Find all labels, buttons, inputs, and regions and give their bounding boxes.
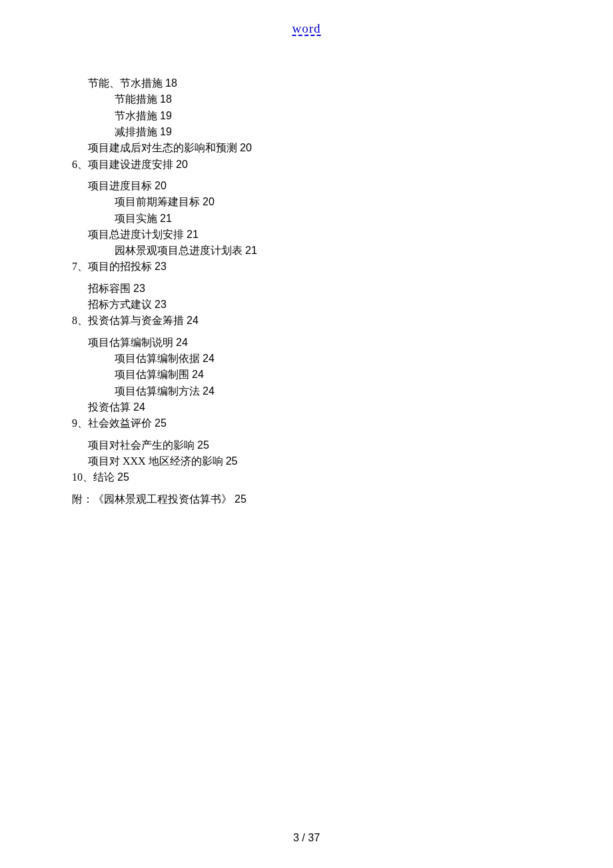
toc-entry: 7、项目的招投标23 (72, 259, 538, 275)
toc-entry-page: 23 (133, 283, 145, 294)
toc-entry-page: 23 (155, 261, 167, 272)
toc-entry-page: 24 (203, 385, 215, 397)
toc-entry-page: 25 (117, 471, 129, 483)
page-total: 37 (308, 832, 320, 843)
toc-entry-text: 招标容围 (88, 283, 131, 294)
toc-entry-text: 项目估算编制围 (115, 369, 189, 380)
toc-entry: 减排措施19 (115, 124, 538, 140)
toc-entry: 节水措施19 (115, 108, 538, 124)
toc-entry: 9、社会效益评价25 (72, 415, 538, 431)
toc-entry-text: 投资估算 (88, 401, 131, 413)
toc-entry: 节能措施18 (115, 91, 538, 107)
toc-entry: 项目总进度计划安排21 (88, 227, 538, 243)
toc-entry-page: 25 (155, 417, 167, 429)
toc-entry-page: 24 (192, 369, 204, 380)
toc-entry-text: 园林景观项目总进度计划表 (115, 245, 243, 256)
toc-entry-text: 项目进度目标 (88, 180, 152, 191)
toc-entry: 节能、节水措施18 (88, 75, 538, 91)
toc-entry: 招标方式建议23 (88, 297, 538, 313)
toc-entry-page: 19 (160, 126, 172, 137)
toc-entry-text: 项目对社会产生的影响 (88, 439, 195, 451)
toc-entry-page: 25 (235, 493, 247, 505)
toc-entry: 项目进度目标20 (88, 178, 538, 194)
toc-entry-text: 8、投资估算与资金筹措 (72, 315, 184, 326)
toc-entry-text: 项目实施 (115, 213, 157, 224)
toc-entry-text: 10、结论 (72, 471, 115, 483)
toc-entry-page: 24 (133, 401, 145, 413)
toc-entry-text: 6、项目建设进度安排 (72, 159, 173, 170)
toc-entry: 项目对 XXX 地区经济的影响25 (88, 453, 538, 469)
toc-entry-text: 项目估算编制说明 (88, 337, 173, 348)
toc-entry-page: 18 (160, 93, 172, 105)
toc-entry: 项目建成后对生态的影响和预测20 (88, 140, 538, 156)
toc-entry-page: 24 (176, 337, 188, 348)
toc-entry-text: 项目估算编制依据 (115, 353, 200, 364)
toc-entry-text: 项目总进度计划安排 (88, 229, 184, 240)
toc-entry-text: 节能措施 (115, 93, 157, 105)
toc-entry: 项目前期筹建目标20 (115, 194, 538, 210)
toc-entry-page: 21 (160, 213, 172, 224)
toc-entry-page: 19 (160, 110, 172, 121)
page-separator: / (299, 832, 308, 843)
toc-entry-page: 21 (187, 229, 199, 240)
toc-entry: 10、结论25 (72, 469, 538, 485)
toc-entry-text: 项目对 XXX 地区经济的影响 (88, 455, 223, 467)
toc-entry: 项目估算编制说明24 (88, 335, 538, 351)
toc-entry: 项目估算编制依据24 (115, 351, 538, 367)
toc-entry: 项目估算编制围24 (115, 367, 538, 383)
toc-entry-page: 23 (155, 299, 167, 310)
toc-entry-text: 7、项目的招投标 (72, 261, 152, 272)
toc-entry-page: 21 (245, 245, 257, 256)
toc-entry-page: 24 (187, 315, 199, 326)
toc-entry-text: 项目建成后对生态的影响和预测 (88, 142, 237, 153)
toc-entry: 8、投资估算与资金筹措24 (72, 313, 538, 329)
toc-entry-text: 项目估算编制方法 (115, 385, 200, 397)
toc-entry: 项目估算编制方法24 (115, 383, 538, 399)
toc-entry-text: 9、社会效益评价 (72, 417, 152, 429)
page-current: 3 (293, 832, 299, 843)
toc-entry-page: 20 (155, 180, 167, 191)
toc-entry-page: 24 (203, 353, 215, 364)
toc-entry: 项目对社会产生的影响25 (88, 437, 538, 453)
toc-entry-text: 项目前期筹建目标 (115, 196, 200, 207)
toc-entry-page: 20 (203, 196, 215, 207)
toc-entry-page: 20 (176, 159, 188, 170)
toc-entry-text: 招标方式建议 (88, 299, 152, 310)
toc-entry: 6、项目建设进度安排20 (72, 157, 538, 173)
toc-entry-page: 25 (226, 455, 238, 467)
toc-content: 节能、节水措施18节能措施18节水措施19减排措施19项目建成后对生态的影响和预… (72, 75, 538, 507)
toc-entry-text: 节水措施 (115, 110, 157, 121)
toc-entry: 投资估算24 (88, 399, 538, 415)
toc-entry-page: 25 (197, 439, 209, 451)
toc-entry: 项目实施21 (115, 211, 538, 227)
toc-entry-text: 节能、节水措施 (88, 77, 163, 89)
toc-entry: 园林景观项目总进度计划表21 (115, 243, 538, 259)
toc-entry-text: 减排措施 (115, 126, 157, 137)
toc-entry: 招标容围23 (88, 281, 538, 297)
page-footer: 3 / 37 (293, 832, 320, 844)
toc-entry-text: 附：《园林景观工程投资估算书》 (72, 493, 232, 505)
toc-entry-page: 20 (240, 142, 252, 153)
toc-entry: 附：《园林景观工程投资估算书》25 (72, 491, 538, 507)
header-word-label: word (292, 21, 320, 36)
toc-entry-page: 18 (165, 77, 177, 89)
